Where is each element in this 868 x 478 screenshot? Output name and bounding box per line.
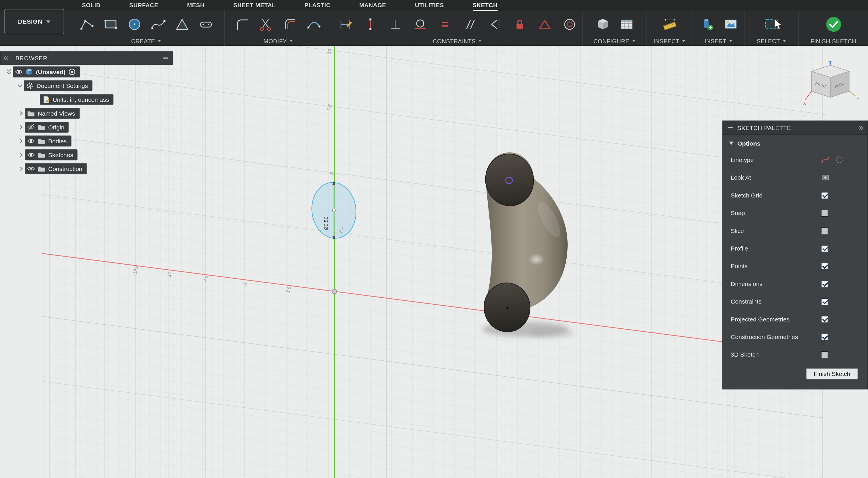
fix-constraint-button[interactable]: [510, 15, 529, 34]
tab-mesh[interactable]: MESH: [187, 0, 205, 11]
points-checkbox[interactable]: [821, 262, 828, 270]
eye-icon[interactable]: [15, 68, 23, 75]
circle-icon: [126, 17, 142, 32]
tab-manage[interactable]: MANAGE: [359, 0, 386, 11]
chevron-right-icon: [17, 165, 24, 172]
minus-icon: [162, 58, 167, 59]
create-group-label[interactable]: CREATE: [68, 37, 224, 44]
expand-all-button[interactable]: [4, 68, 13, 75]
constraints-checkbox[interactable]: [821, 298, 828, 305]
palette-section-options[interactable]: Options: [723, 135, 867, 151]
browser-item-sketches[interactable]: Sketches: [25, 149, 78, 160]
snap-checkbox[interactable]: [821, 209, 828, 216]
tab-sheet-metal[interactable]: SHEET METAL: [233, 0, 276, 11]
tab-solid[interactable]: SOLID: [82, 0, 100, 11]
browser-item-document-settings[interactable]: Document Settings: [24, 80, 92, 91]
palette-dock-button[interactable]: [854, 125, 867, 131]
trim-tool-button[interactable]: [257, 15, 276, 34]
tab-surface[interactable]: SURFACE: [129, 0, 158, 11]
perpendicular-constraint-button[interactable]: [385, 15, 404, 34]
construction-geometries-checkbox[interactable]: [821, 333, 828, 340]
tab-utilities[interactable]: UTILITIES: [415, 0, 444, 11]
sketch-dimension-button[interactable]: [336, 15, 354, 34]
inspect-group-label[interactable]: INSPECT: [647, 37, 692, 44]
spline-tool-button[interactable]: [149, 15, 167, 34]
profile-checkbox[interactable]: [821, 245, 828, 252]
origin-point[interactable]: [332, 289, 337, 294]
symmetry-constraint-button[interactable]: [485, 15, 504, 34]
offset-tool-button[interactable]: [281, 15, 300, 34]
insert-derive-button[interactable]: [697, 15, 716, 34]
palette-row-dimensions: Dimensions: [723, 275, 867, 292]
perpendicular-constraint-icon: [387, 17, 403, 32]
browser-collapse-button[interactable]: [1, 55, 11, 61]
expand-origin-button[interactable]: [17, 124, 25, 130]
eye-off-icon[interactable]: [27, 123, 35, 131]
arc-tool-button[interactable]: [304, 15, 323, 34]
configure-button[interactable]: [593, 15, 612, 34]
equal-constraint-button[interactable]: [435, 15, 454, 34]
expand-sketches-button[interactable]: [17, 151, 25, 158]
viewcube[interactable]: RIGHT BACK Z X Y: [801, 61, 863, 107]
concentric-constraint-button[interactable]: [560, 15, 579, 34]
finish-sketch-group-label[interactable]: FINISH SKETCH: [799, 37, 868, 44]
browser-item-bodies[interactable]: Bodies: [25, 135, 71, 146]
diameter-dimension-label[interactable]: Ø2.50: [323, 216, 329, 230]
insert-group-label[interactable]: INSERT: [693, 37, 744, 44]
gear-icon: [26, 81, 34, 90]
expand-named-views-button[interactable]: [17, 110, 25, 116]
constraints-group-label[interactable]: CONSTRAINTS: [332, 37, 582, 44]
tab-plastic[interactable]: PLASTIC: [304, 0, 331, 11]
parallel-constraint-button[interactable]: [460, 15, 479, 34]
browser-item-units[interactable]: Units: in, ouncemass: [40, 94, 114, 105]
palette-row-label: Points: [731, 263, 821, 269]
palette-minimize-button[interactable]: [723, 127, 737, 128]
3d-sketch-checkbox[interactable]: [821, 351, 828, 358]
fillet-tool-button[interactable]: [233, 15, 252, 34]
circle-tool-button[interactable]: [125, 15, 144, 34]
canvas-image-button[interactable]: [721, 15, 740, 34]
configure-group-label[interactable]: CONFIGURE: [583, 37, 646, 44]
slice-checkbox[interactable]: [821, 227, 828, 234]
midpoint-constraint-button[interactable]: [535, 15, 554, 34]
collapse-document-settings-button[interactable]: [16, 82, 24, 89]
browser-item-construction[interactable]: Construction: [25, 163, 87, 174]
construction-linetype-icon[interactable]: [821, 156, 830, 164]
browser-item-named-views[interactable]: Named Views: [25, 107, 80, 118]
eye-icon[interactable]: [27, 165, 35, 172]
browser-header: BROWSER: [0, 51, 173, 65]
dimensions-checkbox[interactable]: [821, 280, 828, 287]
browser-item-unsaved[interactable]: (Unsaved): [13, 66, 80, 77]
polygon-tool-button[interactable]: [173, 15, 191, 34]
sketch-grid-checkbox[interactable]: [821, 192, 828, 199]
tab-sketch[interactable]: SKETCH: [473, 0, 497, 11]
configuration-table-button[interactable]: [617, 15, 636, 34]
line-tool-button[interactable]: [78, 15, 96, 34]
horizontal-vertical-constraint-button[interactable]: [361, 15, 379, 34]
finish-sketch-button[interactable]: Finish Sketch: [806, 369, 858, 379]
activate-component-radio-icon[interactable]: [68, 68, 76, 75]
look-at-icon[interactable]: [821, 173, 830, 182]
circle-center-point[interactable]: [333, 209, 335, 212]
browser-item-label: Sketches: [48, 151, 73, 158]
browser-item-origin[interactable]: Origin: [25, 122, 69, 132]
eye-icon[interactable]: [27, 137, 35, 145]
expand-construction-button[interactable]: [17, 165, 25, 172]
rectangle-tool-button[interactable]: [101, 15, 120, 34]
tangent-constraint-button[interactable]: [410, 15, 429, 34]
browser-minimize-button[interactable]: [158, 58, 172, 59]
palette-row-look-at: Look At: [723, 169, 867, 186]
spline-icon: [150, 17, 166, 32]
finish-sketch-toolbar-button[interactable]: [824, 15, 843, 34]
centerline-linetype-icon[interactable]: [835, 156, 844, 164]
projected-geometries-checkbox[interactable]: [821, 315, 828, 322]
modify-group-label[interactable]: MODIFY: [225, 37, 332, 44]
measure-button[interactable]: [660, 15, 679, 34]
expand-bodies-button[interactable]: [17, 138, 25, 144]
sketch-circle-group[interactable]: Ø2.50: [309, 180, 359, 241]
configure-icon: [595, 17, 610, 32]
slot-tool-button[interactable]: [196, 15, 215, 34]
eye-icon[interactable]: [27, 151, 35, 159]
modify-group: MODIFY: [225, 11, 332, 46]
select-group-label[interactable]: SELECT: [744, 37, 798, 44]
